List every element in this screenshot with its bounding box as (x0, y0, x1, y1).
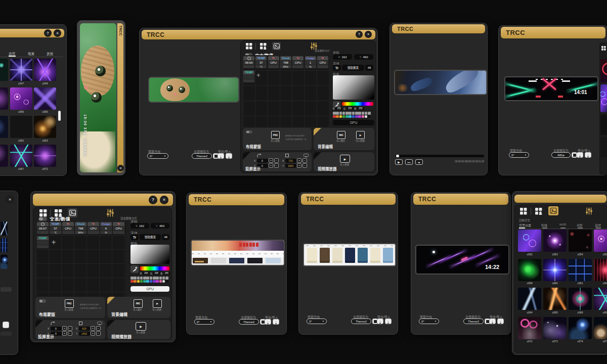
color-swatch[interactable] (333, 112, 336, 115)
close-button[interactable]: × (7, 196, 13, 203)
image-file-icon[interactable]: IMG (134, 299, 143, 308)
r-field[interactable]: 255 (335, 107, 342, 110)
gallery-thumbnail-c055[interactable] (10, 87, 32, 110)
plus-button[interactable]: + (91, 326, 95, 331)
x-coord-field[interactable]: X162 (333, 54, 352, 60)
b-field[interactable]: 255 (357, 107, 364, 110)
gallery-thumbnail-partial[interactable] (0, 145, 8, 167)
help-button[interactable]: ? (356, 31, 362, 37)
text-value-toggle[interactable] (38, 217, 47, 221)
gallery-thumbnail-c073[interactable] (543, 317, 567, 339)
trim-end-button[interactable]: ◂▸ (415, 159, 423, 165)
titlebar[interactable]: TRCC (189, 194, 284, 205)
proj-x2-field[interactable]: 620 (79, 327, 90, 331)
gallery-thumbnail-c061[interactable] (569, 259, 592, 281)
color-swatch[interactable] (162, 277, 165, 280)
gallery-thumbnail-partial[interactable] (600, 137, 607, 157)
widget-card-clock[interactable]: Clock798MHz (75, 222, 86, 234)
gallery-thumbnail-c054[interactable] (569, 230, 592, 252)
widget-card-tr[interactable]: TrCPU (317, 56, 328, 68)
y-coord-field[interactable]: Y460 (354, 54, 373, 60)
minus-button[interactable]: − (96, 331, 101, 336)
hue-slider[interactable] (342, 102, 373, 106)
mask-toggle[interactable] (246, 130, 252, 133)
orientation-dropdown[interactable]: 0° ▼ (194, 319, 214, 325)
close-button[interactable]: × (118, 165, 123, 171)
color-swatch[interactable] (159, 280, 162, 283)
theme-name-field[interactable]: Theme2 (351, 318, 371, 324)
orientation-dropdown[interactable]: 0° ▼ (419, 318, 439, 324)
color-swatch[interactable] (140, 277, 143, 280)
color-swatch[interactable] (134, 277, 137, 280)
widget-card-temp[interactable]: TEMP37℃ (50, 222, 61, 234)
minus-button[interactable]: − (96, 326, 101, 331)
titlebar[interactable] (514, 195, 606, 203)
widget-card-tr[interactable]: TrCPU (88, 222, 99, 234)
color-swatch[interactable] (365, 112, 368, 115)
button-fragment[interactable] (3, 322, 9, 328)
plus-button[interactable]: + (62, 331, 67, 336)
hue-slider[interactable] (140, 266, 169, 270)
tab-aesthetic[interactable]: 唯美 (28, 51, 34, 56)
color-swatch[interactable] (342, 115, 345, 118)
export-button[interactable]: ↓ (577, 152, 583, 158)
r-field[interactable]: 255 (143, 272, 149, 275)
color-swatch[interactable] (143, 280, 146, 283)
color-swatch[interactable] (156, 280, 159, 283)
color-swatch[interactable] (345, 115, 349, 118)
color-swatch[interactable] (150, 277, 153, 280)
gallery-thumbnail-c067[interactable] (594, 288, 607, 310)
widget-card-temp2[interactable]: TEMP (243, 70, 254, 82)
gallery-thumbnail-partial[interactable] (1, 238, 8, 252)
minus-button[interactable]: − (302, 163, 307, 168)
theme-name-field[interactable]: 081a (551, 152, 571, 158)
font-style-button[interactable]: Tr (131, 234, 139, 240)
png-file-icon[interactable]: PNG (271, 131, 280, 139)
proj-x2-field[interactable]: 720 (285, 159, 296, 163)
color-swatch[interactable] (333, 115, 336, 118)
monitor-icon[interactable] (304, 154, 309, 157)
import-button[interactable]: ↓ (226, 153, 232, 159)
widgets-tab-icon[interactable] (535, 208, 542, 215)
video-file-icon[interactable]: ▶ (356, 131, 365, 139)
plus-button[interactable]: + (297, 163, 301, 168)
color-gradient-picker[interactable] (333, 75, 374, 100)
gallery-thumbnail-c056[interactable] (34, 87, 56, 110)
sliders-icon[interactable] (107, 209, 114, 217)
gallery-thumbnail-partial[interactable] (600, 59, 607, 82)
scrollbar[interactable] (58, 111, 61, 121)
color-swatch[interactable] (349, 112, 352, 115)
gallery-thumbnail-partial[interactable] (600, 115, 607, 135)
color-swatch[interactable] (349, 115, 352, 118)
color-swatch[interactable] (150, 280, 153, 283)
gallery-thumbnail-c066[interactable] (569, 288, 592, 310)
color-swatch[interactable] (352, 115, 355, 118)
color-swatch[interactable] (365, 115, 368, 118)
color-swatch[interactable] (342, 112, 345, 115)
g-field[interactable]: 255 (153, 272, 160, 275)
tab-light[interactable]: 光影 (577, 223, 583, 228)
progress-handle[interactable] (396, 155, 399, 157)
image-file-icon[interactable]: IMG (337, 131, 345, 139)
b-field[interactable]: 255 (163, 272, 170, 275)
sliders-icon[interactable] (586, 207, 592, 215)
square-icon[interactable] (285, 154, 289, 157)
color-swatch[interactable] (143, 277, 146, 280)
widgets-tab-icon[interactable] (260, 43, 267, 50)
widget-card-tr[interactable]: TrCPU (113, 222, 124, 234)
help-button[interactable]: ? (149, 196, 157, 204)
help-button[interactable]: ? (45, 30, 51, 36)
plus-button[interactable]: + (269, 163, 273, 168)
video-file-icon[interactable]: ▶ (153, 299, 162, 308)
color-swatch[interactable] (137, 277, 140, 280)
export-button[interactable]: ↓ (489, 318, 496, 324)
plus-button[interactable]: + (91, 331, 95, 336)
proj-x1-field[interactable]: 0 (257, 159, 268, 163)
gallery-thumbnail-c060[interactable] (543, 259, 567, 281)
gallery-thumbnail-c075[interactable] (594, 317, 607, 339)
color-swatch[interactable] (355, 115, 358, 118)
layout-grid-icon[interactable] (39, 209, 47, 217)
video-progress-bar[interactable] (395, 155, 484, 157)
proj-x1-field[interactable]: 0 (51, 327, 62, 331)
close-button[interactable]: × (160, 196, 168, 204)
